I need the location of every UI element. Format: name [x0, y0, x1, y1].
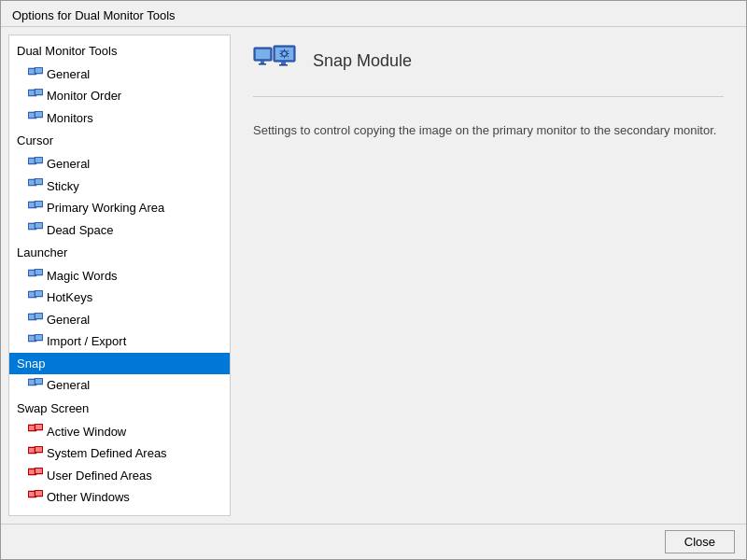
- dialog-title: Options for Dual Monitor Tools: [12, 8, 176, 22]
- sidebar-category: Launcher: [9, 241, 230, 265]
- sidebar-item-label: User Defined Areas: [47, 467, 152, 485]
- sidebar-item-icon: [28, 334, 43, 349]
- sidebar-item-label: HotKeys: [47, 288, 92, 307]
- sidebar-item-label: Active Window: [47, 423, 126, 441]
- header-separator: [253, 96, 724, 97]
- sidebar-item-icon: [28, 222, 43, 237]
- svg-rect-83: [280, 53, 282, 54]
- sidebar-item-icon: [28, 67, 43, 82]
- svg-rect-35: [35, 291, 42, 296]
- sidebar-category: Dual Monitor Tools: [9, 39, 230, 63]
- sidebar-item-label: Magic Words: [47, 267, 118, 286]
- close-button[interactable]: Close: [665, 530, 735, 553]
- svg-rect-31: [35, 270, 42, 274]
- svg-rect-43: [35, 335, 42, 340]
- svg-rect-84: [288, 53, 289, 54]
- sidebar-item-icon: [28, 201, 43, 216]
- main-panel: Snap Module Settings to control copying …: [238, 35, 739, 516]
- svg-rect-27: [35, 223, 42, 228]
- bottom-bar: Close: [1, 524, 746, 559]
- sidebar-item-icon: [28, 378, 43, 393]
- sidebar-item[interactable]: User Defined Areas: [9, 465, 230, 487]
- sidebar-item-snap[interactable]: Snap: [9, 353, 230, 375]
- sidebar-item[interactable]: Magic Words: [9, 265, 230, 287]
- svg-rect-81: [284, 49, 285, 51]
- sidebar-item-icon: [28, 468, 43, 483]
- sidebar-item[interactable]: Primary Working Area: [9, 197, 230, 219]
- sidebar-item[interactable]: General: [9, 63, 230, 86]
- sidebar-item-icon: [28, 269, 43, 284]
- sidebar-item[interactable]: Monitor Order: [9, 85, 230, 107]
- sidebar-item[interactable]: HotKeys: [9, 287, 230, 309]
- svg-rect-11: [35, 112, 42, 117]
- svg-point-80: [283, 52, 287, 56]
- svg-rect-89: [281, 62, 286, 64]
- sidebar-item-label: Import / Export: [47, 332, 126, 351]
- svg-rect-51: [35, 425, 42, 429]
- sidebar-item[interactable]: General: [9, 374, 230, 397]
- sidebar-item-icon: [28, 424, 43, 439]
- sidebar-category: Cursor: [9, 129, 230, 153]
- module-title: Snap Module: [313, 51, 412, 71]
- svg-rect-3: [35, 68, 42, 73]
- sidebar-item[interactable]: Other Windows: [9, 486, 230, 509]
- svg-rect-74: [256, 49, 270, 59]
- sidebar-category: Swap Screen: [9, 397, 230, 421]
- svg-rect-75: [261, 61, 264, 63]
- sidebar-item-label: General: [47, 376, 90, 395]
- sidebar-item-label: General: [47, 65, 90, 84]
- sidebar-item[interactable]: System Defined Areas: [9, 442, 230, 465]
- svg-rect-90: [279, 64, 288, 66]
- sidebar-item[interactable]: General: [9, 153, 230, 175]
- svg-rect-19: [35, 179, 42, 184]
- sidebar-item-icon: [28, 89, 43, 104]
- sidebar-item-icon: [28, 446, 43, 461]
- sidebar-item-icon: [28, 111, 43, 126]
- svg-rect-76: [259, 63, 266, 65]
- sidebar-item-label: General: [47, 311, 90, 329]
- module-header: Snap Module: [253, 44, 724, 89]
- sidebar-item-icon: [28, 313, 43, 328]
- sidebar-item[interactable]: Monitors: [9, 107, 230, 130]
- sidebar-item-icon: [28, 290, 43, 305]
- sidebar-item-label: General: [47, 155, 90, 174]
- sidebar-item[interactable]: Active Window: [9, 421, 230, 443]
- svg-rect-55: [35, 447, 42, 452]
- svg-rect-63: [35, 491, 42, 496]
- sidebar-item-label: Monitors: [47, 109, 93, 128]
- snap-module-icon: [253, 44, 298, 77]
- options-dialog: Options for Dual Monitor Tools Dual Moni…: [0, 0, 747, 560]
- dialog-content: Dual Monitor Tools General Monitor Order…: [1, 27, 746, 524]
- svg-rect-7: [35, 90, 42, 94]
- svg-rect-47: [35, 379, 42, 384]
- sidebar-item[interactable]: General: [9, 309, 230, 331]
- title-bar: Options for Dual Monitor Tools: [1, 1, 746, 27]
- sidebar-item[interactable]: Import / Export: [9, 330, 230, 353]
- sidebar: Dual Monitor Tools General Monitor Order…: [8, 35, 231, 516]
- svg-rect-82: [284, 57, 285, 59]
- sidebar-item-label: Primary Working Area: [47, 199, 164, 217]
- svg-rect-15: [35, 158, 42, 162]
- sidebar-item-label: Other Windows: [47, 488, 130, 507]
- sidebar-item-label: Monitor Order: [47, 87, 121, 105]
- svg-rect-39: [35, 314, 42, 318]
- sidebar-item-icon: [28, 157, 43, 172]
- sidebar-item[interactable]: Sticky: [9, 175, 230, 198]
- svg-rect-23: [35, 202, 42, 206]
- sidebar-item[interactable]: Dead Space: [9, 219, 230, 242]
- sidebar-item-label: Dead Space: [47, 221, 114, 240]
- sidebar-category: Wallpaper Changer: [9, 509, 230, 516]
- module-description: Settings to control copying the image on…: [253, 112, 724, 149]
- svg-rect-59: [35, 469, 42, 473]
- sidebar-item-label: Sticky: [47, 177, 79, 196]
- sidebar-item-label: System Defined Areas: [47, 444, 167, 463]
- sidebar-item-icon: [28, 490, 43, 505]
- sidebar-item-icon: [28, 178, 43, 193]
